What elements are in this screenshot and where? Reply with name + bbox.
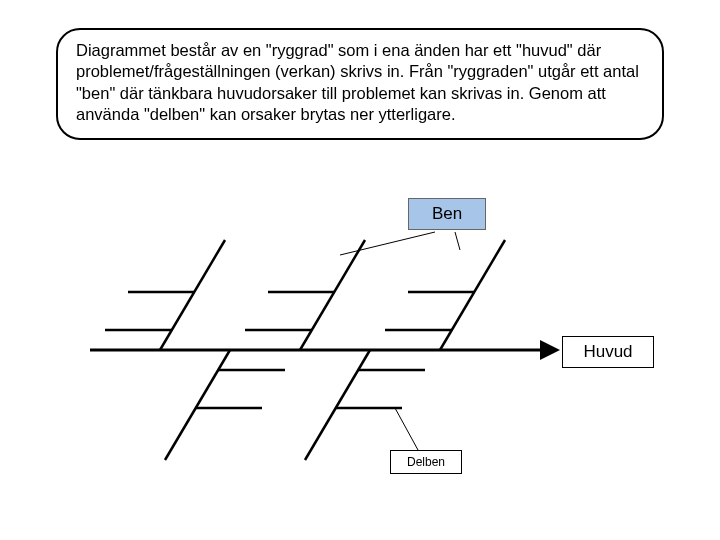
svg-line-19	[395, 408, 418, 450]
description-text: Diagrammet består av en "ryggrad" som i …	[76, 41, 639, 123]
delben-text: Delben	[407, 455, 445, 469]
ben-text: Ben	[432, 204, 462, 223]
huvud-label: Huvud	[562, 336, 654, 368]
svg-line-2	[340, 232, 435, 255]
svg-line-16	[305, 350, 370, 460]
ben-label: Ben	[408, 198, 486, 230]
svg-line-7	[300, 240, 365, 350]
svg-line-3	[455, 232, 460, 250]
svg-line-10	[440, 240, 505, 350]
svg-line-13	[165, 350, 230, 460]
huvud-text: Huvud	[583, 342, 632, 361]
svg-marker-1	[540, 340, 560, 360]
fishbone-diagram: Ben Huvud Delben	[0, 170, 720, 540]
svg-line-4	[160, 240, 225, 350]
description-box: Diagrammet består av en "ryggrad" som i …	[56, 28, 664, 140]
delben-label: Delben	[390, 450, 462, 474]
